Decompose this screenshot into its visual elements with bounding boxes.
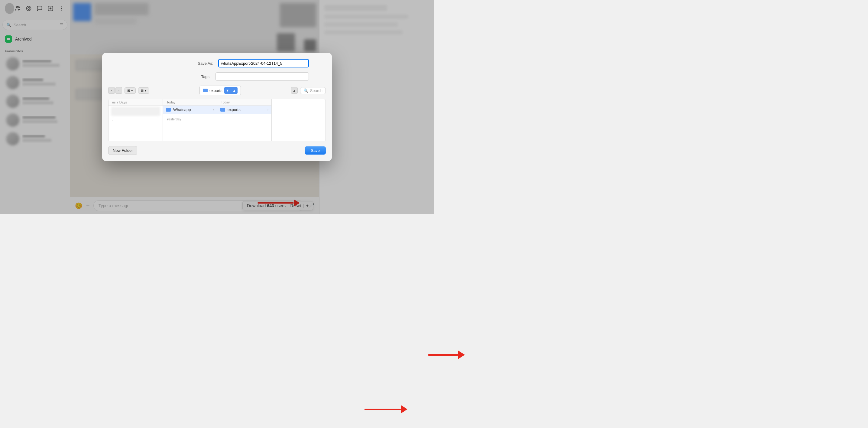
- file-browser: us 7 Days › Today Whatsapp › Yesterday: [108, 99, 326, 141]
- browser-item[interactable]: ›: [108, 117, 163, 124]
- dialog-toolbar: ‹ › ⊞ ▾ ⊟ ▾ exports ▼ ▲: [108, 86, 326, 95]
- dialog-overlay: Save As: Tags: ‹ › ⊞ ▾ ⊟ ▾: [0, 0, 434, 214]
- location-chevron-down[interactable]: ▼: [224, 87, 231, 94]
- search-placeholder: Search: [310, 88, 322, 93]
- dialog-footer: New Folder Save: [108, 146, 326, 155]
- yesterday-header: Yesterday: [163, 116, 217, 122]
- grid-view-icon: ⊟: [141, 89, 144, 92]
- item-chevron: ›: [112, 119, 113, 122]
- exports-folder-item[interactable]: exports ›: [217, 106, 271, 114]
- browser-col-1: us 7 Days ›: [108, 99, 163, 141]
- save-as-label: Save As:: [198, 61, 213, 66]
- col-3-header: Today: [217, 99, 271, 106]
- grid-view-button[interactable]: ⊟ ▾: [138, 87, 149, 94]
- folder-icon-exports: [220, 108, 225, 112]
- exports-label: exports: [227, 107, 241, 112]
- location-selector[interactable]: exports ▼ ▲: [199, 86, 241, 95]
- column-view-button[interactable]: ⊞ ▾: [125, 87, 136, 94]
- browser-col-4: [272, 99, 326, 141]
- browser-col-2: Today Whatsapp › Yesterday: [163, 99, 217, 141]
- location-chevron-up[interactable]: ▲: [231, 87, 238, 94]
- save-as-row: Save As:: [108, 59, 326, 67]
- whatsapp-folder-item[interactable]: Whatsapp ›: [163, 106, 217, 114]
- tags-row: Tags:: [108, 72, 326, 81]
- col-1-header: us 7 Days: [108, 99, 163, 106]
- item-chevron-right-2: ›: [268, 108, 268, 111]
- whatsapp-label: Whatsapp: [173, 107, 191, 112]
- col-2-header: Today: [163, 99, 217, 106]
- save-dialog: Save As: Tags: ‹ › ⊞ ▾ ⊟ ▾: [102, 53, 332, 161]
- file-search-box[interactable]: 🔍 Search: [300, 87, 326, 94]
- browser-col-3: Today exports ›: [217, 99, 272, 141]
- nav-back-button[interactable]: ‹: [108, 87, 115, 94]
- item-chevron-right: ›: [213, 108, 214, 111]
- search-icon-dialog: 🔍: [304, 88, 308, 93]
- tags-label: Tags:: [201, 75, 210, 79]
- save-button[interactable]: Save: [305, 146, 326, 154]
- column-view-icon: ⊞: [127, 89, 130, 92]
- footer-right: Save: [305, 146, 326, 154]
- location-label: exports: [210, 88, 222, 93]
- folder-icon: [203, 89, 208, 92]
- dropdown-icon: ▾: [131, 89, 133, 92]
- blurred-item: [111, 107, 160, 116]
- expand-button[interactable]: ▲: [291, 87, 298, 94]
- dropdown-icon-2: ▾: [145, 89, 147, 92]
- new-folder-button[interactable]: New Folder: [108, 146, 137, 155]
- tags-input[interactable]: [216, 72, 309, 81]
- filename-input[interactable]: [218, 59, 309, 67]
- location-chevrons[interactable]: ▼ ▲: [224, 87, 238, 94]
- folder-icon-whatsapp: [166, 108, 171, 112]
- nav-forward-button[interactable]: ›: [116, 87, 122, 94]
